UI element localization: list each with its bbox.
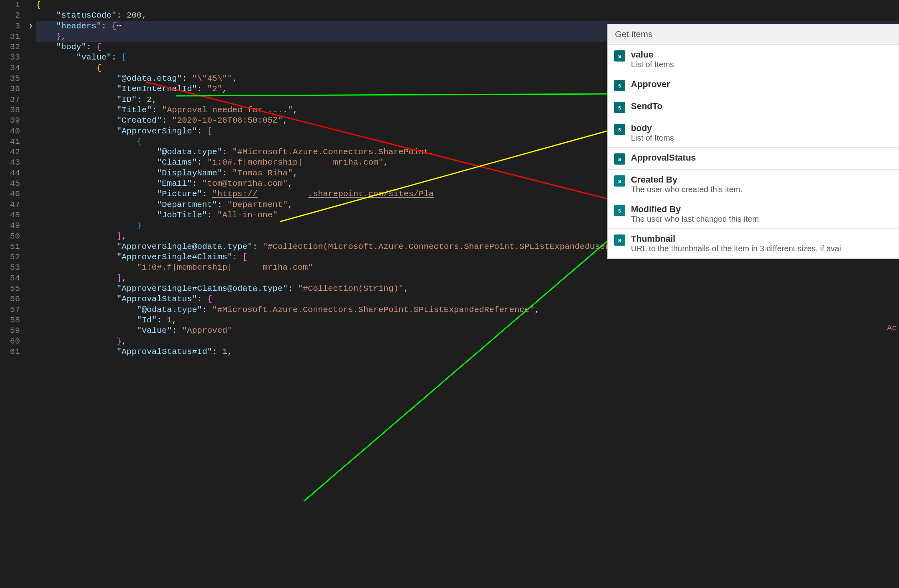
line-number: 32: [0, 42, 20, 52]
panel-item-value[interactable]: s value List of Items: [608, 45, 899, 74]
panel-item-thumbnail[interactable]: s Thumbnail URL to the thumbnails of the…: [608, 229, 899, 258]
line-number: 50: [0, 231, 20, 242]
line-number: 34: [0, 63, 20, 74]
line-number: 61: [0, 347, 20, 357]
sharepoint-icon: s: [614, 124, 625, 135]
line-number: 45: [0, 179, 20, 189]
code-line[interactable]: "i:0#.f|membership| mriha.com": [36, 262, 899, 273]
dynamic-content-panel[interactable]: Get items s value List of Items s Approv…: [607, 24, 899, 259]
panel-item-createdby[interactable]: s Created By The user who created this i…: [608, 170, 899, 199]
code-line[interactable]: ],: [36, 273, 899, 284]
line-number: 46: [0, 189, 20, 199]
panel-item-approver[interactable]: s Approver: [608, 74, 899, 96]
line-number: 40: [0, 126, 20, 137]
line-number: 42: [0, 147, 20, 157]
panel-item-title: Thumbnail: [631, 234, 841, 244]
line-number: 59: [0, 326, 20, 336]
code-line[interactable]: "ApproverSingle#Claims@odata.type": "#Co…: [36, 284, 899, 294]
truncated-text: Ac: [887, 324, 897, 333]
line-number: 56: [0, 294, 20, 304]
line-number: 58: [0, 315, 20, 326]
line-number: 52: [0, 252, 20, 262]
line-number: 2: [0, 10, 20, 21]
panel-item-title: Approver: [631, 79, 670, 89]
line-number: 35: [0, 74, 20, 84]
line-number: 31: [0, 32, 20, 42]
panel-item-title: SendTo: [631, 101, 662, 111]
panel-item-subtitle: The user who last changed this item.: [631, 215, 761, 224]
line-number: 57: [0, 305, 20, 315]
line-number: 60: [0, 336, 20, 347]
panel-item-title: value: [631, 50, 674, 60]
line-number: 53: [0, 262, 20, 273]
panel-item-title: body: [631, 123, 674, 133]
code-line[interactable]: {: [36, 0, 899, 10]
code-line[interactable]: "ApprovalStatus": {: [36, 294, 899, 304]
line-number: 47: [0, 200, 20, 210]
panel-item-body[interactable]: s body List of Items: [608, 118, 899, 148]
line-number: 51: [0, 242, 20, 252]
line-number: 41: [0, 137, 20, 147]
sharepoint-icon: s: [614, 153, 625, 165]
panel-item-title: Modified By: [631, 204, 761, 215]
panel-item-title: ApprovalStatus: [631, 153, 696, 163]
code-line[interactable]: "@odata.type": "#Microsoft.Azure.Connect…: [36, 305, 899, 315]
panel-item-approvalstatus[interactable]: s ApprovalStatus: [608, 148, 899, 170]
sharepoint-icon: s: [614, 80, 625, 91]
code-line[interactable]: "statusCode": 200,: [36, 10, 899, 21]
sharepoint-icon: s: [614, 102, 625, 113]
panel-item-subtitle: List of Items: [631, 60, 674, 69]
line-number: 3❯: [0, 21, 20, 32]
code-line[interactable]: "Id": 1,: [36, 315, 899, 326]
panel-item-subtitle: List of Items: [631, 133, 674, 143]
line-number: 44: [0, 168, 20, 179]
code-line[interactable]: },: [36, 336, 899, 347]
sharepoint-icon: s: [614, 50, 625, 62]
panel-item-modifiedby[interactable]: s Modified By The user who last changed …: [608, 199, 899, 229]
sharepoint-icon: s: [614, 175, 625, 187]
line-number: 54: [0, 273, 20, 284]
line-number: 37: [0, 95, 20, 105]
panel-item-subtitle: URL to the thumbnails of the item in 3 d…: [631, 244, 841, 253]
line-number: 48: [0, 210, 20, 220]
line-number: 38: [0, 105, 20, 115]
line-number: 1: [0, 0, 20, 10]
chevron-right-icon[interactable]: ❯: [29, 21, 33, 32]
panel-header: Get items: [608, 24, 899, 45]
sharepoint-icon: s: [614, 205, 625, 216]
panel-item-sendto[interactable]: s SendTo: [608, 96, 899, 118]
line-number: 33: [0, 52, 20, 63]
sharepoint-icon: s: [614, 234, 625, 246]
code-line[interactable]: "Value": "Approved": [36, 326, 899, 336]
code-line[interactable]: "ApprovalStatus#Id": 1,: [36, 347, 899, 357]
line-number: 43: [0, 157, 20, 168]
panel-item-subtitle: The user who created this item.: [631, 185, 742, 194]
line-number: 36: [0, 84, 20, 94]
line-number-gutter: 1 2 3❯ 31 32 33 34 35 36 37 38 39 40 41 …: [0, 0, 28, 588]
panel-item-title: Created By: [631, 175, 742, 185]
line-number: 39: [0, 115, 20, 126]
line-number: 49: [0, 220, 20, 231]
line-number: 55: [0, 284, 20, 294]
